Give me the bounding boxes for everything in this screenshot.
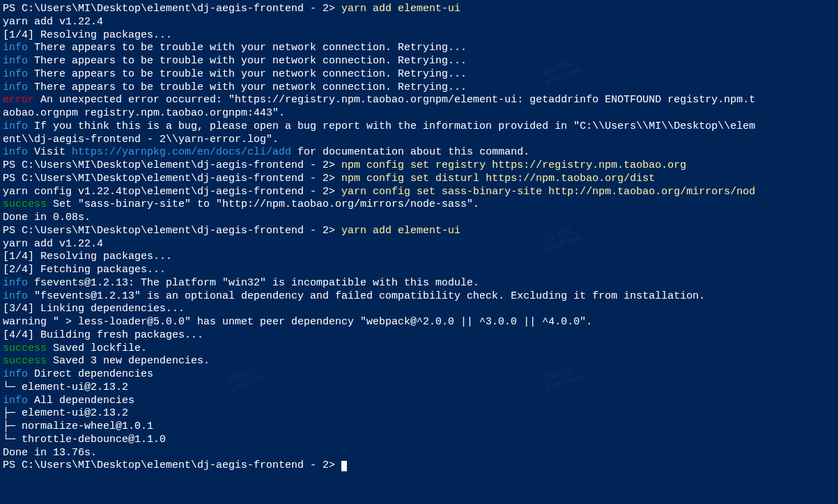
info-line: info There appears to be trouble with yo… — [3, 81, 835, 95]
command-text: npm config set registry https://registry… — [341, 159, 686, 171]
info-visit: info Visit https://yarnpkg.com/en/docs/c… — [3, 146, 835, 159]
step-resolving: [1/4] Resolving packages... — [3, 29, 835, 42]
docs-link: https://yarnpkg.com/en/docs/cli/add — [72, 146, 291, 158]
info-direct: info Direct dependencies — [3, 368, 835, 381]
prompt-line: PS C:\Users\MI\Desktop\element\dj-aegis-… — [3, 225, 835, 238]
info-fsevents: info "fsevents@1.2.13" is an optional de… — [3, 290, 835, 304]
dep-tree-item: ├─ element-ui@2.13.2 — [3, 407, 835, 420]
info-bug-2: ent\\dj-aegis-frontend - 2\\yarn-error.l… — [3, 134, 835, 147]
command-text: yarn config set sass-binary-site http://… — [341, 186, 755, 198]
prompt-line: PS C:\Users\MI\Desktop\element\dj-aegis-… — [3, 3, 835, 16]
prompt-line-mixed: yarn config v1.22.4top\element\dj-aegis-… — [3, 186, 835, 199]
dep-tree-item: ├─ normalize-wheel@1.0.1 — [3, 420, 835, 434]
prompt-line: PS C:\Users\MI\Desktop\element\dj-aegis-… — [3, 173, 835, 186]
prompt-current[interactable]: PS C:\Users\MI\Desktop\element\dj-aegis-… — [3, 459, 835, 473]
prompt-line: PS C:\Users\MI\Desktop\element\dj-aegis-… — [3, 159, 835, 173]
error-line-2: aobao.orgnpm registry.npm.taobao.orgnpm:… — [3, 107, 835, 120]
success-line: success Set "sass-binary-site" to "http:… — [3, 198, 835, 212]
dep-tree-item: └─ element-ui@2.13.2 — [3, 381, 835, 395]
info-line: info There appears to be trouble with yo… — [3, 55, 835, 68]
yarn-version: yarn add v1.22.4 — [3, 238, 835, 251]
step-resolving: [1/4] Resolving packages... — [3, 251, 835, 264]
command-text: yarn add element-ui — [341, 3, 460, 15]
step-building: [4/4] Building fresh packages... — [3, 329, 835, 342]
success-line: success Saved 3 new dependencies. — [3, 355, 835, 368]
step-fetching: [2/4] Fetching packages... — [3, 264, 835, 277]
info-all: info All dependencies — [3, 395, 835, 408]
done-line: Done in 0.08s. — [3, 212, 835, 225]
error-line: error An unexpected error occurred: "htt… — [3, 94, 835, 107]
command-text: npm config set disturl https://npm.taoba… — [341, 173, 655, 184]
step-linking: [3/4] Linking dependencies... — [3, 303, 835, 316]
warning-line: warning " > less-loader@5.0.0" has unmet… — [3, 316, 835, 329]
info-line: info There appears to be trouble with yo… — [3, 42, 835, 55]
command-text: yarn add element-ui — [341, 225, 460, 237]
info-fsevents: info fsevents@1.2.13: The platform "win3… — [3, 277, 835, 290]
cursor-icon — [341, 461, 347, 471]
yarn-version: yarn add v1.22.4 — [3, 16, 835, 29]
dep-tree-item: └─ throttle-debounce@1.1.0 — [3, 434, 835, 447]
info-bug: info If you think this is a bug, please … — [3, 120, 835, 134]
info-line: info There appears to be trouble with yo… — [3, 68, 835, 81]
terminal-output[interactable]: PS C:\Users\MI\Desktop\element\dj-aegis-… — [3, 3, 835, 473]
done-line: Done in 13.76s. — [3, 447, 835, 460]
success-line: success Saved lockfile. — [3, 342, 835, 356]
